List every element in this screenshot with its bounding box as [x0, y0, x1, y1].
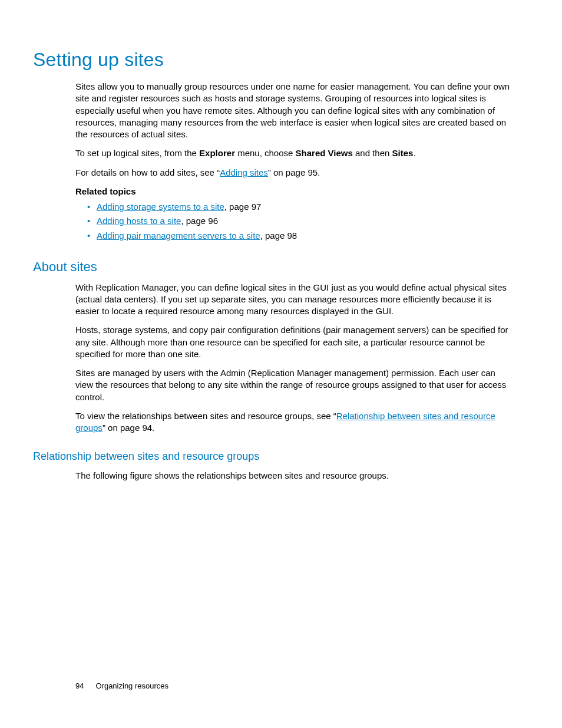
section-about-sites-body: With Replication Manager, you can define…: [75, 282, 515, 434]
paragraph: For details on how to add sites, see “Ad…: [75, 167, 515, 179]
footer-section-title: Organizing resources: [95, 681, 168, 690]
paragraph: Sites are managed by users with the Admi…: [75, 367, 515, 403]
text: , page 98: [260, 230, 297, 241]
paragraph: Sites allow you to manually group resour…: [75, 81, 515, 140]
list-item: Adding hosts to a site, page 96: [87, 215, 515, 227]
text: , page 97: [224, 202, 262, 212]
text: menu, choose: [235, 148, 296, 158]
section-setting-up-sites-body: Sites allow you to manually group resour…: [75, 81, 515, 242]
ui-term-shared-views: Shared Views: [296, 148, 353, 158]
page-footer: 94Organizing resources: [75, 681, 168, 691]
ui-term-sites: Sites: [392, 148, 414, 158]
link-adding-sites[interactable]: Adding sites: [220, 167, 268, 177]
heading-setting-up-sites: Setting up sites: [33, 47, 515, 73]
text: .: [413, 148, 415, 158]
related-topics-list: Adding storage systems to a site, page 9…: [87, 201, 515, 242]
heading-about-sites: About sites: [33, 258, 515, 276]
text: For details on how to add sites, see “: [75, 167, 220, 177]
text: and then: [353, 148, 392, 158]
paragraph: The following figure shows the relations…: [75, 470, 515, 482]
heading-relationship-sites-resource-groups: Relationship between sites and resource …: [33, 449, 515, 463]
paragraph: To view the relationships between sites …: [75, 410, 515, 434]
link-adding-hosts[interactable]: Adding hosts to a site: [97, 216, 181, 226]
ui-term-explorer: Explorer: [199, 148, 235, 158]
page-number: 94: [75, 681, 84, 690]
text: ” on page 94.: [103, 423, 154, 433]
section-relationship-body: The following figure shows the relations…: [75, 470, 515, 482]
paragraph: With Replication Manager, you can define…: [75, 282, 515, 318]
text: To set up logical sites, from the: [75, 148, 199, 158]
related-topics-label: Related topics: [75, 186, 515, 197]
text: , page 96: [181, 216, 218, 226]
text: ” on page 95.: [268, 167, 320, 177]
text: To view the relationships between sites …: [75, 411, 336, 421]
paragraph: Hosts, storage systems, and copy pair co…: [75, 324, 515, 360]
paragraph: To set up logical sites, from the Explor…: [75, 147, 515, 159]
list-item: Adding storage systems to a site, page 9…: [87, 201, 515, 213]
list-item: Adding pair management servers to a site…: [87, 230, 515, 242]
page: Setting up sites Sites allow you to manu…: [0, 0, 562, 728]
link-adding-pair-management-servers[interactable]: Adding pair management servers to a site: [97, 230, 260, 241]
link-adding-storage-systems[interactable]: Adding storage systems to a site: [97, 202, 224, 212]
